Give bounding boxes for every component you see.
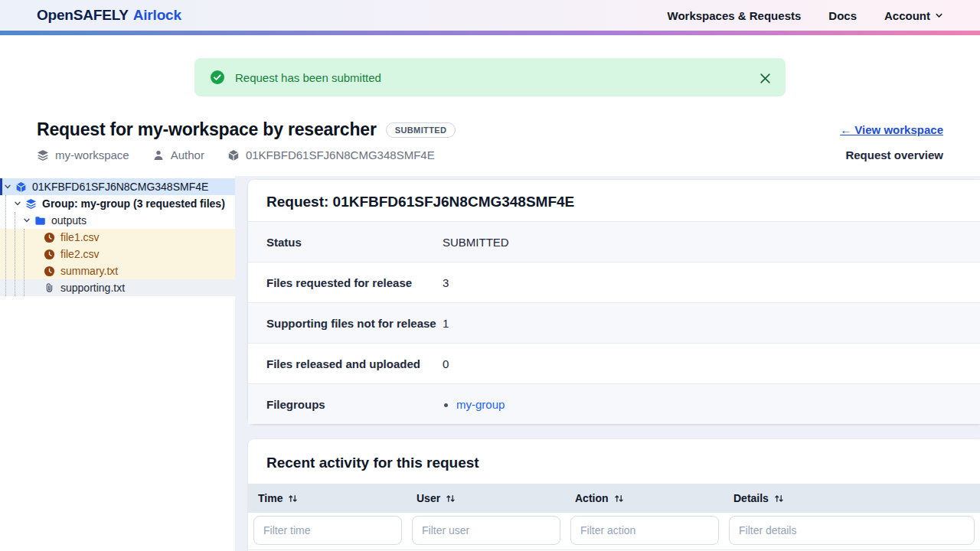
column-header-time[interactable]: Time [248, 492, 407, 504]
meta-request-id: 01KFBFD61SFJ6N8CMG348SMF4E [227, 148, 435, 161]
sort-icon [774, 494, 784, 504]
cube-icon [15, 181, 27, 193]
activity-table-header: Time User Action [248, 484, 980, 513]
nav-docs[interactable]: Docs [828, 9, 857, 22]
nav-account[interactable]: Account [884, 9, 943, 22]
nav-label: Docs [828, 9, 857, 22]
column-header-details[interactable]: Details [724, 492, 980, 504]
sort-icon [446, 494, 456, 504]
layers-icon [37, 149, 49, 161]
tree-indent-guide [15, 212, 15, 296]
detail-label: Files released and uploaded [266, 357, 443, 370]
detail-row-supporting-files: Supporting files not for release 1 [248, 302, 980, 343]
tree-indent-guide [5, 195, 6, 296]
filter-details-input[interactable] [729, 516, 975, 545]
meta-author-label: Author [171, 148, 204, 161]
status-badge: SUBMITTED [386, 122, 456, 138]
logo-opensafely: OpenSAFELY [37, 7, 129, 24]
tree-item-supporting[interactable]: supporting.txt [0, 279, 235, 296]
nav-workspaces-requests[interactable]: Workspaces & Requests [668, 9, 802, 22]
tree-item-group[interactable]: Group: my-group (3 requested files) [0, 195, 235, 212]
tree-item-label: supporting.txt [60, 282, 125, 294]
meta-author: Author [152, 148, 204, 161]
top-nav: OpenSAFELY Airlock Workspaces & Requests… [0, 0, 980, 31]
detail-row-files-requested: Files requested for release 3 [248, 262, 980, 302]
column-header-action[interactable]: Action [565, 492, 724, 504]
tree-item-label: Group: my-group (3 requested files) [42, 197, 225, 210]
meta-workspace-label: my-workspace [55, 148, 129, 161]
column-label: Action [575, 492, 609, 504]
meta-request-id-label: 01KFBFD61SFJ6N8CMG348SMF4E [246, 148, 435, 161]
page-title: Request for my-workspace by researcher [37, 119, 377, 140]
logo-airlock: Airlock [133, 7, 181, 24]
tree-item-request[interactable]: 01KFBFD61SFJ6N8CMG348SMF4E [0, 178, 235, 195]
detail-label: Supporting files not for release [266, 317, 443, 330]
tree-item-label: 01KFBFD61SFJ6N8CMG348SMF4E [32, 181, 208, 193]
chevron-down-icon [14, 200, 21, 207]
detail-row-filegroups: Filegroups my-group [248, 383, 980, 424]
filter-time-input[interactable] [253, 516, 402, 545]
close-icon[interactable] [755, 68, 775, 88]
column-label: User [416, 492, 440, 504]
detail-row-status: Status SUBMITTED [248, 221, 980, 262]
filegroup-list-item: my-group [456, 398, 505, 411]
chevron-down-icon [935, 11, 943, 20]
detail-value: SUBMITTED [443, 236, 509, 249]
alert-message: Request has been submitted [235, 71, 381, 84]
column-label: Details [733, 492, 769, 504]
meta-workspace: my-workspace [37, 148, 129, 161]
sort-icon [288, 494, 298, 504]
detail-value: 1 [443, 317, 449, 330]
detail-row-files-released: Files released and uploaded 0 [248, 343, 980, 383]
filegroup-link[interactable]: my-group [456, 398, 505, 411]
column-label: Time [258, 492, 283, 504]
column-header-user[interactable]: User [407, 492, 565, 504]
tree-item-label: summary.txt [60, 265, 118, 277]
detail-value: 3 [443, 276, 449, 289]
layers-icon [25, 198, 37, 210]
nav-links: Workspaces & Requests Docs Account [668, 9, 943, 22]
tree-item-label: file2.csv [60, 248, 100, 260]
activity-heading: Recent activity for this request [248, 439, 980, 484]
nav-label: Workspaces & Requests [668, 9, 802, 22]
chevron-down-icon [23, 217, 31, 224]
request-details-heading: Request: 01KFBFD61SFJ6N8CMG348SMF4E [248, 180, 980, 221]
title-row: Request for my-workspace by researcher S… [37, 119, 943, 140]
clock-pending-icon [44, 266, 55, 277]
detail-value: 0 [443, 357, 449, 370]
detail-value: my-group [443, 398, 505, 411]
paperclip-icon [44, 282, 55, 294]
detail-label: Files requested for release [266, 276, 443, 289]
filter-user-input[interactable] [412, 516, 560, 545]
content-area: 01KFBFD61SFJ6N8CMG348SMF4E Group: my-gro… [0, 176, 980, 551]
success-alert: Request has been submitted [194, 58, 786, 96]
tree-item-file1[interactable]: file1.csv [0, 229, 235, 246]
chevron-down-icon [4, 183, 11, 191]
main-column: Request: 01KFBFD61SFJ6N8CMG348SMF4E Stat… [248, 176, 980, 551]
tree-item-file2[interactable]: file2.csv [0, 246, 235, 262]
app-logo[interactable]: OpenSAFELY Airlock [37, 7, 181, 24]
activity-filter-row [248, 513, 980, 550]
detail-label: Status [266, 236, 443, 249]
tree-item-summary[interactable]: summary.txt [0, 262, 235, 279]
request-details-card: Request: 01KFBFD61SFJ6N8CMG348SMF4E Stat… [248, 180, 980, 424]
tree-item-outputs[interactable]: outputs [0, 212, 235, 229]
user-icon [152, 149, 165, 161]
request-overview-label: Request overview [845, 148, 943, 161]
check-circle-icon [210, 70, 225, 85]
filter-action-input[interactable] [570, 516, 719, 545]
nav-label: Account [884, 9, 930, 22]
folder-icon [34, 215, 46, 227]
tree-item-label: file1.csv [60, 231, 100, 243]
activity-card: Recent activity for this request Time Us… [248, 439, 980, 551]
tree-item-label: outputs [51, 214, 87, 227]
file-tree-sidebar: 01KFBFD61SFJ6N8CMG348SMF4E Group: my-gro… [0, 176, 235, 551]
tree-indent-guide [24, 229, 24, 296]
detail-label: Filegroups [266, 398, 443, 411]
meta-row: my-workspace Author 01KFBFD61SFJ6N8CMG34… [37, 148, 943, 161]
cube-icon [227, 149, 240, 161]
clock-pending-icon [44, 232, 55, 243]
page-header: Request has been submitted Request for m… [0, 35, 980, 176]
view-workspace-link[interactable]: ← View workspace [840, 123, 943, 136]
clock-pending-icon [44, 249, 55, 260]
